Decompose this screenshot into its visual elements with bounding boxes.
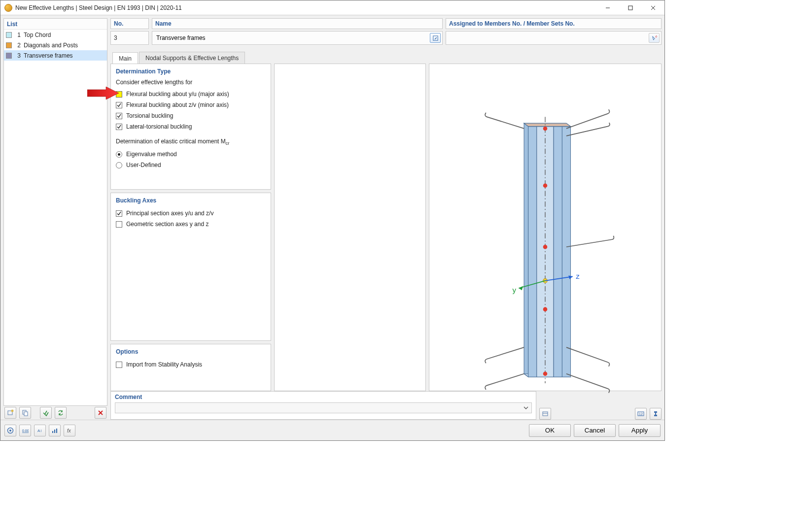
svg-text:0.00: 0.00 <box>22 429 29 432</box>
graph-button[interactable] <box>49 425 61 436</box>
list-item-label: Transverse frames <box>24 52 73 59</box>
assigned-field: Assigned to Members No. / Member Sets No… <box>446 18 662 47</box>
list-item[interactable]: 3 Transverse frames <box>4 50 107 61</box>
dialog-window: New Effective Lengths | Steel Design | E… <box>0 0 665 441</box>
app-icon <box>4 4 12 12</box>
chk-principal-axes[interactable] <box>116 210 122 217</box>
chk-torsional[interactable] <box>116 113 122 119</box>
window-title: New Effective Lengths | Steel Design | E… <box>15 4 182 11</box>
svg-rect-1 <box>628 6 632 10</box>
list-item-swatch <box>6 53 12 59</box>
pick-members-button[interactable] <box>649 33 660 43</box>
list-item-number: 3 <box>15 52 21 59</box>
member-preview-graphic: z y <box>429 64 661 432</box>
svg-marker-20 <box>524 123 570 126</box>
svg-text:z: z <box>576 272 580 280</box>
mcr-label: Determination of elastic critical moment… <box>116 138 266 146</box>
list-item-swatch <box>6 42 12 48</box>
list-item-label: Top Chord <box>24 32 51 38</box>
radio-eigenvalue[interactable] <box>116 151 122 158</box>
name-input[interactable] <box>155 34 439 42</box>
svg-rect-7 <box>24 412 28 416</box>
chk-flexural-minor[interactable] <box>116 102 122 108</box>
svg-point-23 <box>543 184 548 188</box>
svg-marker-14 <box>524 123 528 377</box>
units-button[interactable]: 0.00 <box>19 425 31 436</box>
list-header: List <box>4 19 20 29</box>
list-item[interactable]: 2 Diagonals and Posts <box>4 40 107 50</box>
list-panel: List 1 Top Chord 2 Diagonals and Posts 3… <box>3 18 107 406</box>
svg-line-11 <box>655 35 657 36</box>
svg-text:fx: fx <box>67 428 71 433</box>
tab-main[interactable]: Main <box>112 52 138 64</box>
determination-type-card: Determination Type Consider effective le… <box>110 64 271 190</box>
svg-point-25 <box>543 307 548 312</box>
tabs: Main Nodal Supports & Effective Lengths <box>110 51 662 64</box>
edit-name-button[interactable] <box>430 33 441 43</box>
svg-marker-16 <box>562 127 570 377</box>
svg-text:y: y <box>512 286 516 294</box>
svg-point-24 <box>543 245 548 249</box>
no-field: No. 3 <box>110 18 149 47</box>
minimize-button[interactable] <box>596 0 619 15</box>
new-item-button[interactable] <box>4 407 16 419</box>
chk-import-stability[interactable] <box>116 362 122 368</box>
svg-point-22 <box>543 127 548 131</box>
assigned-input[interactable] <box>449 34 658 42</box>
sync-button[interactable] <box>55 407 67 419</box>
svg-text:A↕: A↕ <box>37 429 42 433</box>
svg-point-40 <box>9 430 11 432</box>
no-value: 3 <box>114 34 117 41</box>
comment-combobox[interactable] <box>115 402 532 413</box>
copy-item-button[interactable] <box>19 407 31 419</box>
svg-marker-17 <box>528 127 537 377</box>
name-field: Name <box>152 18 443 47</box>
chk-flexural-major[interactable] <box>116 91 122 98</box>
help-button[interactable] <box>4 425 16 436</box>
list-item-swatch <box>6 32 12 38</box>
svg-rect-44 <box>54 430 55 433</box>
list-item-number: 1 <box>15 32 21 38</box>
preview-panel: z y <box>429 64 662 391</box>
titlebar: New Effective Lengths | Steel Design | E… <box>0 0 664 15</box>
renumber-button[interactable]: A↕ <box>34 425 46 436</box>
middle-empty-panel <box>274 64 426 391</box>
options-card: Options Import from Stability Analysis <box>110 344 271 391</box>
svg-rect-45 <box>56 429 57 433</box>
function-button[interactable]: fx <box>64 425 75 436</box>
close-button[interactable] <box>642 0 664 15</box>
svg-point-26 <box>543 372 548 376</box>
list-toolbar <box>3 406 107 420</box>
tab-nodal-supports[interactable]: Nodal Supports & Effective Lengths <box>139 52 245 64</box>
svg-marker-31 <box>519 286 523 291</box>
maximize-button[interactable] <box>619 0 642 15</box>
check-all-button[interactable] <box>40 407 52 419</box>
svg-rect-43 <box>52 431 53 433</box>
buckling-axes-card: Buckling Axes Principal section axes y/u… <box>110 193 271 341</box>
list-item-label: Diagonals and Posts <box>24 42 78 49</box>
radio-user-defined[interactable] <box>116 162 122 168</box>
svg-marker-19 <box>554 127 562 377</box>
list-item-number: 2 <box>15 42 21 49</box>
chk-lateral-torsional[interactable] <box>116 124 122 130</box>
delete-item-button[interactable] <box>95 407 106 419</box>
chk-geometric-axes[interactable] <box>116 221 122 228</box>
list-item[interactable]: 1 Top Chord <box>4 30 107 40</box>
svg-line-12 <box>656 36 657 37</box>
